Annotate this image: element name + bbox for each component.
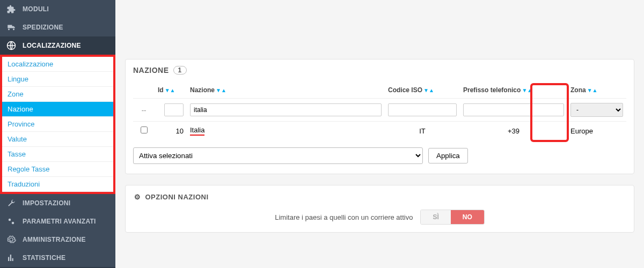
stats-icon	[6, 253, 16, 263]
toggle-yes[interactable]: SÌ	[421, 210, 450, 224]
sub-item-zone[interactable]: Zone	[2, 87, 113, 102]
courier-toggle[interactable]: SÌ NO	[420, 210, 484, 225]
gears-icon	[6, 217, 16, 226]
svg-point-2	[12, 222, 14, 225]
sub-item-valute[interactable]: Valute	[2, 132, 113, 147]
cell-prefisso: +39	[460, 122, 567, 140]
sub-item-province[interactable]: Province	[2, 117, 113, 132]
sidebar-item-label: MODULI	[23, 5, 49, 13]
filter-prefisso-input[interactable]	[463, 103, 564, 116]
filter-iso-input[interactable]	[388, 103, 457, 116]
sort-icon: ▼▲	[216, 87, 226, 93]
th-zona[interactable]: Zona▼▲	[567, 82, 626, 99]
apply-button[interactable]: Applica	[428, 148, 468, 163]
gears-icon: ⚙	[134, 193, 141, 201]
opzioni-panel: ⚙ OPZIONI NAZIONI Limitare i paesi a que…	[125, 185, 634, 233]
puzzle-icon	[6, 4, 16, 14]
sidebar-item-moduli[interactable]: MODULI	[0, 0, 115, 18]
sidebar: MODULI SPEDIZIONE LOCALIZZAZIONE Localiz…	[0, 0, 115, 268]
sort-icon: ▼▲	[587, 87, 598, 93]
filter-nazione-input[interactable]	[190, 103, 382, 116]
toggle-label: Limitare i paesi a quelli con un corrier…	[275, 213, 413, 221]
sort-icon: ▼▲	[165, 87, 175, 93]
nazione-panel: NAZIONE 1 Id▼▲ Nazione▼▲ Codice ISO▼▲ Pr…	[125, 59, 634, 174]
wrench-icon	[6, 198, 16, 208]
count-badge: 1	[173, 66, 187, 75]
sidebar-item-label: IMPOSTAZIONI	[23, 199, 70, 207]
sidebar-item-amministrazione[interactable]: AMMINISTRAZIONE	[0, 230, 115, 249]
sub-item-regole-tasse[interactable]: Regole Tasse	[2, 162, 113, 177]
sub-item-nazione[interactable]: Nazione	[2, 102, 113, 117]
sidebar-item-parametri-avanzati[interactable]: PARAMETRI AVANZATI	[0, 212, 115, 230]
truck-icon	[6, 23, 16, 32]
sidebar-item-localizzazione[interactable]: LOCALIZZAZIONE	[0, 36, 115, 55]
th-prefisso[interactable]: Prefisso telefonico▼▲	[460, 82, 567, 99]
sidebar-item-label: LOCALIZZAZIONE	[23, 42, 81, 49]
cell-iso: IT	[385, 122, 460, 140]
opzioni-title: ⚙ OPZIONI NAZIONI	[134, 193, 625, 201]
filter-id-input[interactable]	[164, 103, 184, 116]
nazione-table: Id▼▲ Nazione▼▲ Codice ISO▼▲ Prefisso tel…	[133, 82, 626, 140]
th-nazione[interactable]: Nazione▼▲	[187, 82, 385, 99]
panel-title-text: NAZIONE	[133, 66, 169, 75]
cell-nazione: Italia	[190, 126, 204, 136]
row-checkbox[interactable]	[141, 126, 148, 133]
sidebar-item-label: SPEDIZIONE	[23, 24, 63, 31]
bulk-actions: Attiva selezionati Applica	[133, 147, 626, 164]
sidebar-item-impostazioni[interactable]: IMPOSTAZIONI	[0, 194, 115, 212]
cell-id: 10	[155, 122, 187, 140]
th-id[interactable]: Id▼▲	[155, 82, 187, 99]
sidebar-submenu: Localizzazione Lingue Zone Nazione Provi…	[0, 55, 115, 194]
sub-item-traduzioni[interactable]: Traduzioni	[2, 177, 113, 192]
sort-icon: ▼▲	[522, 87, 532, 93]
svg-point-1	[9, 219, 11, 221]
gear-icon	[6, 235, 16, 244]
sub-item-tasse[interactable]: Tasse	[2, 147, 113, 162]
sidebar-item-label: AMMINISTRAZIONE	[23, 236, 86, 243]
sidebar-item-label: STATISTICHE	[23, 254, 65, 262]
table-row[interactable]: 10 Italia IT +39 Europe	[133, 122, 626, 140]
th-iso[interactable]: Codice ISO▼▲	[385, 82, 460, 99]
bulk-action-select[interactable]: Attiva selezionati	[133, 147, 423, 164]
main-content: NAZIONE 1 Id▼▲ Nazione▼▲ Codice ISO▼▲ Pr…	[115, 0, 644, 268]
sub-item-lingue[interactable]: Lingue	[2, 72, 113, 87]
cell-zona: Europe	[567, 122, 626, 140]
toggle-no[interactable]: NO	[451, 210, 484, 224]
sidebar-item-label: PARAMETRI AVANZATI	[23, 218, 96, 225]
filter-zona-select[interactable]: -	[570, 103, 623, 117]
sidebar-item-spedizione[interactable]: SPEDIZIONE	[0, 18, 115, 36]
sidebar-item-statistiche[interactable]: STATISTICHE	[0, 249, 115, 267]
sub-item-localizzazione[interactable]: Localizzazione	[2, 57, 113, 72]
panel-title: NAZIONE 1	[133, 66, 626, 75]
globe-icon	[6, 41, 16, 50]
sort-icon: ▼▲	[423, 87, 434, 93]
